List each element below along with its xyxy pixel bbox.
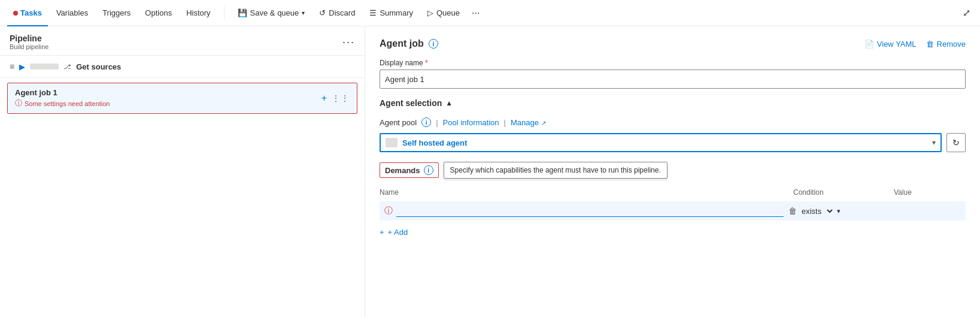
summary-button[interactable]: ☰ Summary [363, 0, 419, 26]
source-placeholder [30, 64, 59, 70]
branch-icon: ⎇ [63, 63, 71, 71]
display-name-label: Display name * [380, 59, 966, 67]
agent-select-row: Self hosted agent ▾ ↻ [380, 133, 966, 152]
demands-label-box: Demands i [380, 162, 439, 178]
demand-condition-cell: 🗑 exists equals ▾ [788, 206, 884, 216]
warning-circle-icon: ⓘ [15, 98, 22, 108]
display-name-input[interactable] [380, 70, 966, 89]
undo-icon: ↺ [319, 8, 326, 17]
more-actions-button[interactable]: ··· [468, 8, 483, 19]
condition-chevron-icon: ▾ [837, 207, 841, 215]
refresh-button[interactable]: ↻ [946, 133, 966, 152]
tab-history[interactable]: History [180, 0, 216, 26]
tab-options[interactable]: Options [139, 0, 178, 26]
agent-job-actions: + ⋮⋮ [321, 93, 350, 104]
col-header-name: Name [380, 188, 788, 197]
agent-job-section-header: Agent job i 📄 View YAML 🗑 Remove [380, 38, 966, 49]
pipe-separator-2: | [504, 118, 506, 127]
col-header-condition: Condition [793, 188, 889, 197]
agent-pool-info-icon[interactable]: i [421, 117, 431, 127]
nav-divider [224, 6, 224, 20]
top-nav: Tasks Variables Triggers Options History… [0, 0, 980, 26]
refresh-icon: ↻ [952, 138, 960, 147]
demand-name-cell: ⓘ [384, 205, 784, 217]
get-sources-item[interactable]: ≡ ▶ ⎇ Get sources [0, 56, 365, 78]
demands-row: Demands i Specify which capabilities the… [380, 162, 966, 179]
agent-selection-collapse[interactable]: Agent selection ▲ [380, 98, 966, 108]
pipeline-info: Pipeline Build pipeline [10, 34, 48, 50]
expand-button[interactable]: ⤢ [960, 5, 973, 21]
agent-job-info: Agent job 1 ⓘ Some settings need attenti… [15, 88, 110, 108]
dropdown-chevron-icon: ▾ [932, 138, 936, 147]
add-task-button[interactable]: + [321, 93, 327, 104]
agent-icon-placeholder [386, 138, 398, 147]
col-header-value: Value [894, 188, 966, 197]
agent-pool-label: Agent pool [380, 118, 417, 127]
summary-icon: ☰ [369, 8, 377, 17]
demand-condition-select[interactable]: exists equals [799, 206, 835, 216]
agent-dropdown-text: Self hosted agent [402, 138, 467, 147]
demands-tooltip: Specify which capabilities the agent mus… [444, 162, 668, 179]
tab-triggers[interactable]: Triggers [96, 0, 136, 26]
agent-job-warning: ⓘ Some settings need attention [15, 98, 110, 108]
display-name-field-group: Display name * [380, 59, 966, 89]
collapse-icon: ▲ [445, 99, 453, 107]
agent-dropdown-left: Self hosted agent [386, 138, 467, 147]
required-indicator: * [425, 59, 428, 67]
pipeline-title: Pipeline [10, 34, 48, 43]
discard-button[interactable]: ↺ Discard [313, 0, 361, 26]
pool-info-link[interactable]: Pool information [443, 118, 499, 127]
trash-icon: 🗑 [926, 40, 934, 49]
demand-error-icon: ⓘ [384, 206, 393, 216]
demands-label: Demands [385, 166, 420, 175]
pipeline-more-button[interactable]: ··· [342, 36, 355, 49]
right-panel: Agent job i 📄 View YAML 🗑 Remove Display… [365, 26, 980, 317]
demands-table: Name Condition Value ⓘ 🗑 exists equals ▾ [380, 186, 966, 221]
pipeline-subtitle: Build pipeline [10, 43, 48, 50]
yaml-icon: 📄 [864, 40, 874, 49]
add-demand-button[interactable]: + + Add [380, 225, 966, 239]
demands-info-icon[interactable]: i [424, 165, 433, 175]
save-queue-button[interactable]: 💾 Save & queue ▾ [232, 0, 311, 26]
error-dot-icon [13, 11, 18, 16]
get-sources-label: Get sources [76, 62, 121, 71]
agent-job-heading: Agent job i [380, 38, 438, 49]
header-actions: 📄 View YAML 🗑 Remove [864, 40, 966, 49]
agent-pool-dropdown[interactable]: Self hosted agent ▾ [380, 133, 942, 152]
view-yaml-button[interactable]: 📄 View YAML [864, 40, 917, 49]
source-repo-icon: ▶ [19, 62, 25, 71]
demand-name-input[interactable] [396, 205, 784, 217]
chevron-down-icon: ▾ [302, 10, 305, 16]
pipe-separator: | [436, 118, 438, 127]
table-row: ⓘ 🗑 exists equals ▾ [380, 201, 966, 221]
tab-tasks[interactable]: Tasks [7, 0, 48, 26]
pipeline-header: Pipeline Build pipeline ··· [0, 26, 365, 56]
add-icon: + [380, 228, 384, 237]
agent-pool-row: Agent pool i | Pool information | Manage… [380, 117, 966, 127]
queue-icon: ▷ [427, 8, 433, 17]
tab-variables[interactable]: Variables [50, 0, 94, 26]
external-link-icon: ↗ [541, 120, 546, 126]
delete-demand-icon[interactable]: 🗑 [788, 206, 797, 216]
save-icon: 💾 [238, 8, 247, 17]
hamburger-icon: ≡ [10, 62, 14, 71]
agent-job-info-icon[interactable]: i [429, 39, 438, 49]
queue-button[interactable]: ▷ Queue [421, 0, 466, 26]
agent-job-more-button[interactable]: ⋮⋮ [332, 93, 350, 103]
agent-job-list-item[interactable]: Agent job 1 ⓘ Some settings need attenti… [7, 83, 357, 114]
main-layout: Pipeline Build pipeline ··· ≡ ▶ ⎇ Get so… [0, 26, 980, 317]
manage-link[interactable]: Manage ↗ [511, 118, 546, 127]
remove-button[interactable]: 🗑 Remove [926, 40, 966, 49]
agent-job-title: Agent job 1 [15, 88, 110, 97]
left-panel: Pipeline Build pipeline ··· ≡ ▶ ⎇ Get so… [0, 26, 365, 317]
demands-table-header: Name Condition Value [380, 186, 966, 199]
